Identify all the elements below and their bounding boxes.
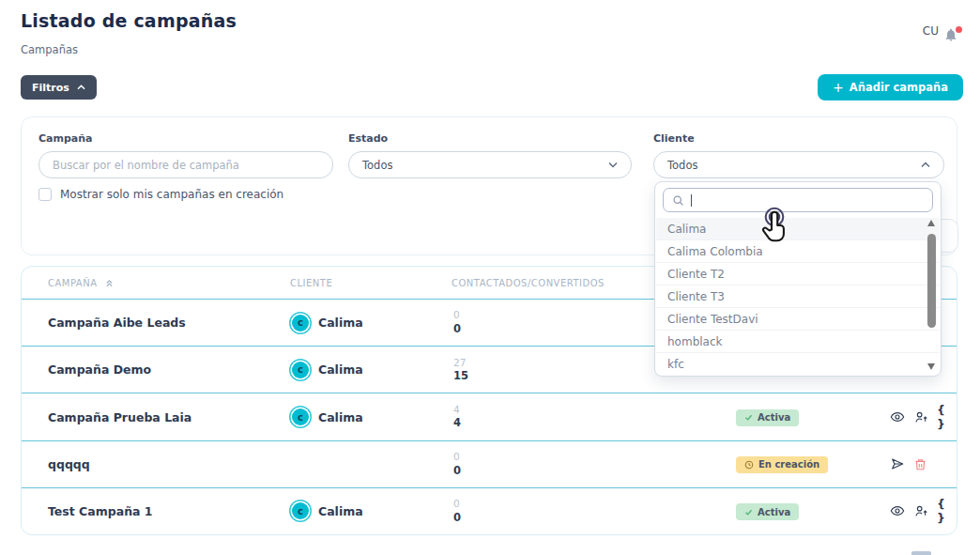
braces-icon-button[interactable]: { }	[937, 497, 946, 525]
campaign-name: Campaña Aibe Leads	[48, 316, 290, 330]
add-campaign-label: Añadir campaña	[850, 81, 948, 94]
breadcrumb: Campañas	[21, 43, 78, 56]
actions-cell: { }	[885, 497, 946, 525]
contacted-count: 0	[453, 451, 714, 464]
client-cell: c Calima	[290, 409, 452, 425]
eye-icon	[890, 409, 905, 424]
campaign-name: qqqqq	[48, 457, 290, 471]
only-my-campaigns-checkbox[interactable]	[38, 188, 52, 201]
filters-label: Filtros	[32, 82, 69, 94]
clock-icon	[744, 460, 754, 470]
notification-bell-icon[interactable]	[943, 27, 959, 43]
only-my-campaigns-label: Mostrar solo mis campañas en creación	[60, 188, 283, 201]
client-dropdown-option[interactable]: Cliente T2	[656, 263, 940, 285]
text-caret	[691, 194, 692, 207]
client-dropdown-option[interactable]: Calima Colombia	[656, 240, 940, 263]
campaign-name: Campaña Demo	[48, 362, 290, 377]
client-cell: c Calima	[290, 502, 452, 519]
chevron-up-icon	[77, 85, 85, 90]
status-badge: En creación	[736, 456, 828, 473]
client-cell: c Calima	[290, 315, 452, 331]
user-add-icon	[913, 409, 928, 424]
send-icon-button[interactable]	[890, 456, 905, 471]
page-title: Listado de campañas	[21, 10, 237, 31]
client-dropdown-option[interactable]: Cliente TestDavi	[656, 308, 940, 331]
chevron-down-icon	[608, 162, 618, 168]
client-avatar: c	[292, 315, 309, 331]
braces-icon: { }	[937, 403, 946, 431]
client-name: Calima	[318, 362, 363, 377]
estado-select[interactable]: Todos	[348, 151, 632, 178]
contacted-converted-cell: 4 4	[452, 404, 714, 431]
eye-icon-button[interactable]	[890, 503, 905, 518]
cliente-filter-label: Cliente	[653, 132, 944, 145]
client-dropdown-option[interactable]: homblack	[656, 331, 940, 353]
client-dropdown-panel: Calima Calima Colombia Cliente T2 Client…	[654, 181, 942, 377]
table-row: qqqqq 0 0 En creación	[22, 441, 957, 488]
actions-cell: { }	[885, 403, 946, 431]
check-icon	[744, 508, 753, 516]
column-header-campaign[interactable]: CAMPAÑA	[48, 278, 290, 288]
client-dropdown-option[interactable]: Cliente T3	[656, 285, 940, 308]
eye-icon	[890, 503, 905, 518]
only-my-campaigns-checkbox-row[interactable]: Mostrar solo mis campañas en creación	[38, 188, 283, 201]
scrollbar-thumb[interactable]	[927, 234, 936, 328]
filters-toggle-button[interactable]: Filtros	[21, 75, 97, 100]
user-add-icon-button[interactable]	[913, 409, 928, 424]
braces-icon-button[interactable]: { }	[937, 403, 946, 431]
cliente-select[interactable]: Todos	[653, 151, 944, 178]
user-avatar[interactable]: CU	[923, 24, 939, 38]
status-cell: Activa	[714, 502, 885, 521]
client-name: Calima	[318, 410, 363, 424]
client-cell: c Calima	[290, 362, 452, 378]
add-campaign-button[interactable]: + Añadir campaña	[818, 74, 963, 100]
client-dropdown-options: Calima Calima Colombia Cliente T2 Client…	[656, 218, 940, 375]
client-name: Calima	[318, 316, 363, 330]
estado-filter-label: Estado	[348, 132, 632, 145]
scroll-up-icon[interactable]	[927, 220, 935, 226]
client-name: Calima	[318, 504, 363, 518]
client-avatar: c	[292, 409, 309, 425]
eye-icon-button[interactable]	[890, 409, 905, 424]
campaign-name: Test Campaña 1	[48, 504, 290, 518]
client-dropdown-search-input[interactable]	[698, 193, 924, 207]
table-row: Campaña Prueba Laia c Calima 4 4 Activa …	[22, 393, 957, 440]
notification-dot	[956, 26, 962, 33]
contacted-converted-cell: 0 0	[452, 498, 714, 525]
client-dropdown-option[interactable]: Calima	[656, 218, 940, 240]
table-row: Test Campaña 1 c Calima 0 0 Activa { }	[22, 488, 957, 534]
campaign-filter-label: Campaña	[38, 132, 333, 145]
user-add-icon-button[interactable]	[913, 503, 928, 518]
send-icon	[890, 456, 905, 471]
client-dropdown-option[interactable]: kfc	[656, 353, 940, 375]
contacted-converted-cell: 0 0	[452, 451, 714, 478]
pagination-partial[interactable]	[911, 551, 931, 555]
estado-select-value: Todos	[362, 159, 392, 172]
actions-cell	[885, 456, 945, 471]
user-add-icon	[913, 503, 928, 518]
trash-icon-button[interactable]	[913, 457, 927, 471]
column-header-client[interactable]: CLIENTE	[290, 278, 452, 288]
client-avatar: c	[292, 362, 309, 378]
trash-icon	[913, 457, 927, 471]
status-badge: Activa	[736, 409, 799, 426]
contacted-count: 0	[453, 498, 714, 511]
scroll-down-icon[interactable]	[927, 363, 935, 370]
status-cell: Activa	[714, 408, 885, 426]
sort-asc-icon[interactable]	[104, 278, 115, 288]
braces-icon: { }	[937, 497, 946, 525]
converted-count: 0	[453, 464, 714, 478]
campaign-search-input[interactable]	[38, 151, 333, 178]
contacted-count: 4	[453, 404, 714, 417]
status-cell: En creación	[714, 455, 885, 473]
campaign-name: Campaña Prueba Laia	[48, 410, 290, 424]
status-badge: Activa	[736, 503, 799, 520]
converted-count: 0	[453, 511, 714, 525]
search-icon	[672, 194, 684, 207]
dropdown-scrollbar[interactable]	[926, 220, 937, 370]
chevron-up-icon	[921, 162, 930, 168]
converted-count: 4	[453, 416, 714, 430]
client-dropdown-searchbox[interactable]	[663, 188, 933, 212]
client-avatar: c	[292, 502, 309, 519]
check-icon	[744, 413, 753, 422]
